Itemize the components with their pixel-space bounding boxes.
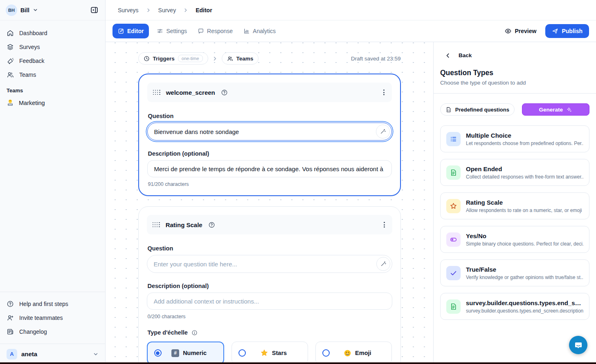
help-circle-icon bbox=[7, 300, 14, 308]
scale-type-label: Type d'échelle bbox=[148, 329, 188, 336]
list-icon bbox=[450, 135, 457, 143]
description-input[interactable] bbox=[147, 293, 392, 310]
ai-rewrite-button[interactable] bbox=[376, 125, 390, 138]
tab-label: Analytics bbox=[253, 28, 276, 34]
sidebar-item-label: Feedback bbox=[19, 58, 44, 64]
sidebar-item-help[interactable]: Help and first steps bbox=[7, 297, 99, 311]
scale-option-numeric[interactable]: # Numeric bbox=[147, 342, 224, 364]
question-title-input[interactable] bbox=[147, 255, 392, 273]
workspace-switcher[interactable]: A aneta bbox=[0, 344, 105, 364]
scale-option-emoji[interactable]: Emoji bbox=[315, 342, 392, 364]
breadcrumb-surveys[interactable]: Surveys bbox=[118, 7, 139, 13]
help-circle-icon[interactable] bbox=[221, 89, 228, 96]
sidebar-item-teams[interactable]: Teams bbox=[7, 68, 99, 82]
sidebar-item-dashboard[interactable]: Dashboard bbox=[7, 26, 99, 40]
bar-chart-icon bbox=[243, 28, 250, 34]
back-label: Back bbox=[459, 52, 472, 58]
scale-type-options: # Numeric Stars Emoji bbox=[147, 342, 392, 364]
type-card-open-ended[interactable]: Open Ended Collect detailed responses wi… bbox=[440, 159, 589, 186]
breadcrumb-survey[interactable]: Survey bbox=[158, 7, 176, 13]
generate-button[interactable]: Generate bbox=[522, 103, 589, 116]
sidebar-item-feedback[interactable]: Feedback bbox=[7, 54, 99, 68]
changelog-icon bbox=[7, 328, 14, 335]
sidebar-footer: Help and first steps Invite teammates Ch… bbox=[0, 292, 105, 340]
predefined-questions-button[interactable]: Predefined questions bbox=[440, 103, 515, 116]
file-text-icon bbox=[450, 169, 457, 176]
chevron-right-icon bbox=[146, 7, 151, 13]
tab-label: Editor bbox=[127, 28, 144, 34]
panel-collapse-icon bbox=[90, 6, 98, 14]
smiley-emoji-icon bbox=[344, 349, 351, 357]
radio-icon bbox=[322, 349, 330, 357]
send-icon bbox=[552, 28, 558, 34]
type-title: Open Ended bbox=[466, 165, 583, 172]
scale-option-stars[interactable]: Stars bbox=[232, 342, 308, 364]
chat-launcher-button[interactable] bbox=[569, 336, 587, 354]
file-text-icon bbox=[450, 303, 457, 310]
sidebar: BH Bill Dashboard Surveys Feedback Teams bbox=[0, 0, 106, 364]
sidebar-item-invite[interactable]: Invite teammates bbox=[7, 311, 99, 325]
toggle-icon bbox=[450, 236, 457, 243]
teams-pill[interactable]: Teams bbox=[222, 52, 259, 65]
clock-icon bbox=[144, 56, 150, 62]
option-label: Emoji bbox=[355, 350, 371, 356]
question-types-panel: Back Question Types Choose the type of q… bbox=[433, 42, 596, 364]
users-icon bbox=[227, 56, 233, 62]
type-description: survey.builder.questions.types.end_scree… bbox=[466, 308, 583, 314]
workspace-name: aneta bbox=[21, 351, 37, 357]
ai-rewrite-button[interactable] bbox=[376, 257, 390, 271]
sidebar-item-label: Invite teammates bbox=[19, 315, 63, 321]
pencil-square-icon bbox=[118, 28, 124, 34]
type-card-end-screen[interactable]: survey.builder.questions.types.end_scr..… bbox=[440, 293, 589, 320]
question-title-input[interactable] bbox=[147, 123, 392, 141]
question-card-welcome-screen[interactable]: welcome_screen Question Description (opt… bbox=[138, 74, 401, 196]
drag-handle-icon[interactable] bbox=[153, 90, 160, 95]
file-code-icon bbox=[445, 107, 452, 113]
description-label: Description (optional) bbox=[148, 283, 391, 289]
question-label: Question bbox=[148, 245, 391, 252]
trigger-type-badge: one-time bbox=[178, 55, 203, 62]
type-card-multiple-choice[interactable]: Multiple Choice Let respondents choose f… bbox=[440, 125, 589, 152]
help-circle-icon[interactable] bbox=[208, 221, 215, 228]
type-card-true-false[interactable]: True/False Verify knowledge or gather op… bbox=[440, 259, 589, 286]
teams-pill-label: Teams bbox=[236, 56, 254, 62]
sidebar-item-changelog[interactable]: Changelog bbox=[7, 325, 99, 339]
card-menu-icon[interactable] bbox=[382, 88, 386, 97]
card-menu-icon[interactable] bbox=[382, 220, 387, 229]
triggers-pill[interactable]: Triggers one-time bbox=[138, 52, 208, 65]
breadcrumb: Surveys Survey Editor bbox=[106, 0, 596, 20]
question-card-title: Rating Scale bbox=[166, 221, 202, 228]
survey-canvas: Triggers one-time Teams Draft saved at 2… bbox=[106, 42, 433, 364]
workspace-user-row[interactable]: BH Bill bbox=[0, 0, 105, 20]
tab-label: Response bbox=[207, 28, 233, 34]
sidebar-item-label: Dashboard bbox=[19, 30, 47, 36]
type-card-rating-scale[interactable]: Rating Scale Allow respondents to rate o… bbox=[440, 192, 589, 219]
question-card-header: welcome_screen bbox=[147, 83, 392, 102]
triggers-label: Triggers bbox=[153, 56, 175, 62]
tab-settings[interactable]: Settings bbox=[151, 24, 192, 38]
sidebar-item-surveys[interactable]: Surveys bbox=[7, 40, 99, 54]
description-input[interactable] bbox=[147, 160, 392, 177]
description-label: Description (optional) bbox=[148, 150, 391, 157]
preview-button[interactable]: Preview bbox=[504, 27, 537, 35]
question-card-title: welcome_screen bbox=[166, 89, 215, 96]
preview-label: Preview bbox=[515, 28, 537, 34]
collapse-sidebar-button[interactable] bbox=[88, 4, 100, 16]
star-emoji-icon bbox=[260, 349, 268, 357]
avatar: BH bbox=[6, 4, 17, 16]
info-icon[interactable] bbox=[191, 330, 198, 336]
question-card-rating-scale[interactable]: Rating Scale Question Description (optio… bbox=[138, 206, 401, 364]
magic-wand-icon bbox=[380, 261, 387, 267]
breadcrumb-editor: Editor bbox=[196, 7, 212, 13]
tab-editor[interactable]: Editor bbox=[112, 24, 149, 38]
sidebar-item-marketing[interactable]: Marketing bbox=[7, 96, 99, 110]
back-button[interactable]: Back bbox=[434, 42, 596, 58]
tab-response[interactable]: Response bbox=[192, 24, 238, 38]
type-card-yes-no[interactable]: Yes/No Simple binary choice questions. P… bbox=[440, 226, 589, 253]
tab-analytics[interactable]: Analytics bbox=[238, 24, 281, 38]
publish-button[interactable]: Publish bbox=[545, 24, 589, 38]
workspace-avatar: A bbox=[7, 349, 17, 360]
users-icon bbox=[7, 71, 14, 78]
drag-handle-icon[interactable] bbox=[153, 222, 160, 228]
sidebar-item-label: Help and first steps bbox=[19, 301, 68, 307]
